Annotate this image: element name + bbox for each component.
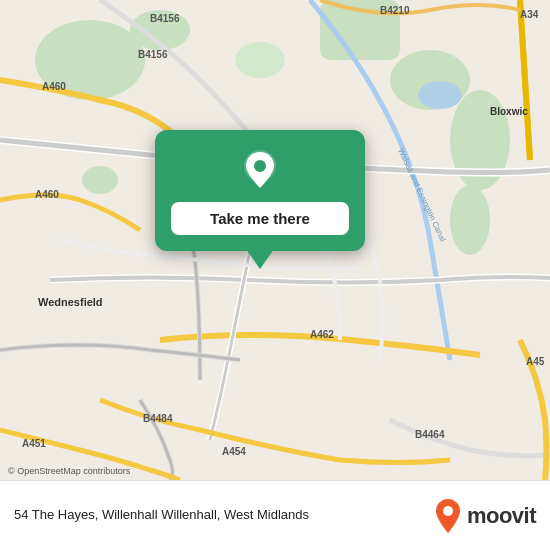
map-attribution: © OpenStreetMap contributors [8, 466, 130, 476]
svg-text:A460: A460 [35, 189, 59, 200]
svg-text:A460: A460 [42, 81, 66, 92]
address-text: 54 The Hayes, Willenhall Willenhall, Wes… [14, 506, 434, 524]
location-pin-icon [238, 148, 282, 192]
svg-text:B4156: B4156 [138, 49, 168, 60]
svg-point-7 [235, 42, 285, 78]
svg-text:A451: A451 [22, 438, 46, 449]
svg-text:B4484: B4484 [143, 413, 173, 424]
svg-text:A462: A462 [310, 329, 334, 340]
svg-point-6 [450, 185, 490, 255]
svg-text:B4156: B4156 [150, 13, 180, 24]
moovit-logo: moovit [434, 498, 536, 534]
popup-card: Take me there [155, 130, 365, 251]
svg-text:B4210: B4210 [380, 5, 410, 16]
svg-text:A34: A34 [520, 9, 539, 20]
svg-point-26 [254, 160, 266, 172]
svg-point-27 [443, 506, 453, 516]
svg-text:Bloxwic: Bloxwic [490, 106, 528, 117]
moovit-pin-icon [434, 498, 462, 534]
moovit-wordmark: moovit [467, 503, 536, 529]
bottom-bar: 54 The Hayes, Willenhall Willenhall, Wes… [0, 480, 550, 550]
svg-text:A454: A454 [222, 446, 246, 457]
svg-point-8 [82, 166, 118, 194]
svg-point-9 [418, 81, 462, 109]
map-container: A34 B4210 B4156 A460 A460 B4156 Wednesfi… [0, 0, 550, 480]
take-me-there-button[interactable]: Take me there [171, 202, 349, 235]
svg-text:A45: A45 [526, 356, 545, 367]
svg-text:Wednesfield: Wednesfield [38, 296, 103, 308]
svg-text:B4464: B4464 [415, 429, 445, 440]
